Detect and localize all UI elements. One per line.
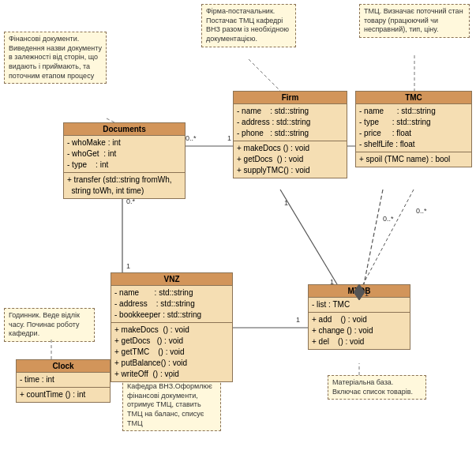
- firm-note: Фірма-постачальник. Постачає ТМЦ кафедрі…: [201, 4, 296, 47]
- tmc-note: ТМЦ. Визначає поточний стан товару (прац…: [359, 4, 470, 38]
- clock-attributes: - time : int: [17, 373, 110, 388]
- diagram: 0..* 1 0..* 0.* 1 1 1 1 1 0..* 1 Фінансо…: [0, 0, 476, 458]
- svg-line-11: [280, 190, 339, 288]
- svg-text:1: 1: [126, 262, 130, 270]
- documents-header: Documents: [64, 123, 185, 136]
- svg-line-24: [363, 190, 414, 284]
- svg-text:0..*: 0..*: [186, 134, 197, 142]
- fin-docs-note: Фінансові документи. Виведення назви док…: [4, 32, 107, 84]
- svg-text:1: 1: [284, 199, 288, 207]
- vnz-header: VNZ: [111, 273, 232, 286]
- documents-methods: + transfer (std::string fromWh, string t…: [64, 173, 185, 198]
- tmc-header: TMC: [356, 92, 471, 104]
- firm-class: Firm - name : std::string - address : st…: [233, 91, 347, 178]
- svg-text:1: 1: [227, 134, 231, 142]
- documents-attributes: - whoMake : int - whoGet : int - type : …: [64, 136, 185, 173]
- clock-note: Годинник. Веде відлік часу. Починає робо…: [4, 308, 95, 342]
- tmc-methods: + spoil (TMC name) : bool: [356, 152, 471, 167]
- svg-text:1: 1: [296, 316, 300, 324]
- mtdb-class: MTDB - list : TMC + add () : void + chan…: [308, 284, 410, 350]
- firm-attributes: - name : std::string - address : std::st…: [234, 104, 347, 141]
- firm-header: Firm: [234, 92, 347, 104]
- svg-line-18: [249, 59, 280, 91]
- clock-class: Clock - time : int + countTime () : int: [16, 359, 111, 403]
- mtdb-header: MTDB: [309, 285, 410, 298]
- tmc-attributes: - name : std::string - type : std::strin…: [356, 104, 471, 152]
- clock-header: Clock: [17, 360, 110, 373]
- vnz-attributes: - name : std::string - address : std::st…: [111, 286, 232, 323]
- firm-methods: + makeDocs () : void + getDocs () : void…: [234, 141, 347, 178]
- svg-line-14: [363, 190, 383, 288]
- svg-text:0..*: 0..*: [416, 207, 427, 215]
- vnz-class: VNZ - name : std::string - address : std…: [111, 272, 233, 382]
- vnz-note: Кафедра ВНЗ.Оформлює фінансові документи…: [122, 379, 221, 431]
- vnz-methods: + makeDocs () : void + getDocs () : void…: [111, 323, 232, 381]
- mtdb-attributes: - list : TMC: [309, 298, 410, 313]
- tmc-class: TMC - name : std::string - type : std::s…: [355, 91, 472, 167]
- clock-methods: + countTime () : int: [17, 388, 110, 402]
- mtdb-note: Матеріальна база. Включає список товарів…: [328, 375, 426, 400]
- svg-text:0..*: 0..*: [383, 215, 394, 223]
- documents-class: Documents - whoMake : int - whoGet : int…: [63, 122, 186, 199]
- mtdb-methods: + add () : void + change () : void + del…: [309, 313, 410, 349]
